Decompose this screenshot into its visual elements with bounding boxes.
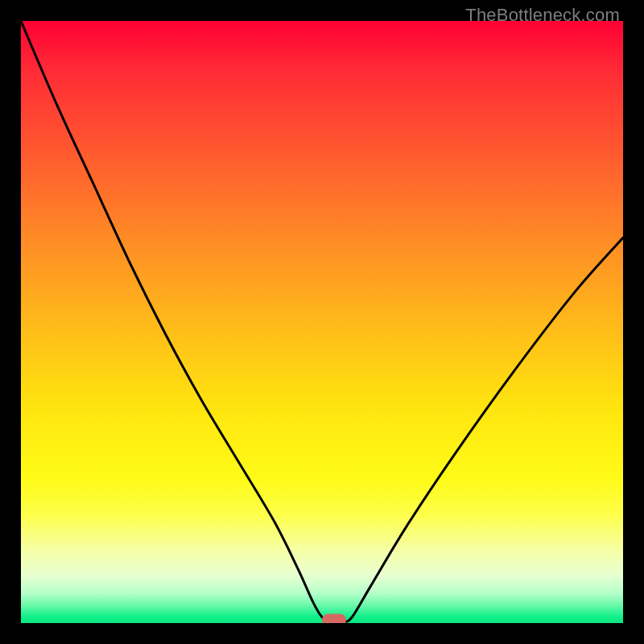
optimal-marker: [322, 613, 346, 623]
bottleneck-curve: [21, 21, 623, 622]
bottleneck-chart: TheBottleneck.com: [0, 0, 644, 644]
curve-layer: [21, 21, 623, 623]
plot-area: [21, 21, 623, 623]
watermark-text: TheBottleneck.com: [465, 5, 620, 26]
